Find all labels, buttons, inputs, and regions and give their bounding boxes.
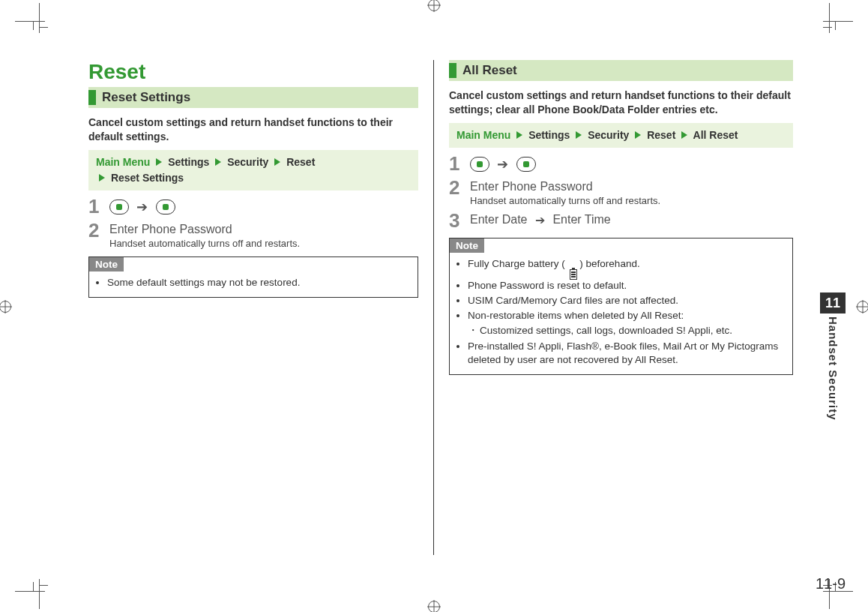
step-2: 2 Enter Phone Password Handset automatic… xyxy=(449,178,793,206)
breadcrumb-arrow-icon xyxy=(635,131,641,139)
breadcrumb-item: Security xyxy=(227,156,268,168)
right-column: All Reset Cancel custom settings and ret… xyxy=(433,60,793,555)
two-column-layout: Reset Reset Settings Cancel custom setti… xyxy=(88,60,808,555)
battery-full-icon xyxy=(570,268,577,280)
note-item: Fully Charge battery ( ) beforehand. xyxy=(468,257,786,278)
page-title: Reset xyxy=(88,60,418,84)
breadcrumb-arrow-icon xyxy=(681,131,687,139)
chapter-tab: 11 Handset Security xyxy=(820,292,846,421)
center-key-icon xyxy=(470,157,489,172)
menu-path: Main Menu Settings Security Reset Reset … xyxy=(88,150,418,190)
section-intro: Cancel custom settings and return handse… xyxy=(88,116,418,144)
breadcrumb-arrow-icon xyxy=(156,158,162,166)
breadcrumb-item: Reset Settings xyxy=(111,172,184,184)
step-title-part: Enter Time xyxy=(552,213,610,226)
step-number: 2 xyxy=(449,178,470,197)
center-key-icon xyxy=(156,200,175,214)
section-heading-text: Reset Settings xyxy=(102,90,190,105)
note-label: Note xyxy=(89,257,124,272)
arrow-right-icon: ➔ xyxy=(497,156,508,172)
step-title-part: Enter Date xyxy=(470,213,527,226)
section-heading-text: All Reset xyxy=(462,63,517,78)
arrow-right-icon: ➔ xyxy=(136,199,148,215)
step-3: 3 Enter Date ➔ Enter Time xyxy=(449,211,793,230)
breadcrumb-arrow-icon xyxy=(516,131,522,139)
breadcrumb-arrow-icon xyxy=(99,174,105,182)
page-content: Reset Reset Settings Cancel custom setti… xyxy=(88,60,808,585)
note-label: Note xyxy=(450,238,484,253)
breadcrumb-arrow-icon xyxy=(576,131,582,139)
step-number: 1 xyxy=(449,154,470,173)
center-key-icon xyxy=(109,200,129,214)
center-key-icon xyxy=(516,157,536,172)
breadcrumb-item: Reset xyxy=(286,156,315,168)
section-accent xyxy=(449,63,456,78)
menu-path: Main Menu Settings Security Reset All Re… xyxy=(449,123,793,148)
section-heading-all-reset: All Reset xyxy=(449,60,793,81)
step-title: Enter Phone Password xyxy=(470,180,793,194)
step-number: 2 xyxy=(88,220,109,240)
step-number: 1 xyxy=(88,196,109,216)
breadcrumb-item: All Reset xyxy=(693,129,738,141)
breadcrumb-root: Main Menu xyxy=(456,129,510,141)
note-item: Some default settings may not be restore… xyxy=(107,276,412,290)
step-subtext: Handset automatically turns off and rest… xyxy=(109,238,418,249)
step-1: 1 ➔ xyxy=(88,196,418,216)
breadcrumb-item: Security xyxy=(588,129,629,141)
note-subitem: Customized settings, call logs, download… xyxy=(468,324,786,338)
step-subtext: Handset automatically turns off and rest… xyxy=(470,195,793,206)
note-box: Note Some default settings may not be re… xyxy=(88,256,418,298)
section-heading-reset-settings: Reset Settings xyxy=(88,87,418,108)
step-number: 3 xyxy=(449,211,470,230)
section-accent xyxy=(88,90,96,105)
step-1: 1 ➔ xyxy=(449,154,793,173)
chapter-number: 11 xyxy=(820,292,846,314)
chapter-title: Handset Security xyxy=(827,316,840,421)
arrow-right-icon: ➔ xyxy=(535,213,545,227)
note-item: Non-restorable items when deleted by All… xyxy=(468,309,786,322)
breadcrumb-root: Main Menu xyxy=(96,156,150,168)
breadcrumb-item: Reset xyxy=(647,129,675,141)
page-number: 11-9 xyxy=(816,575,846,592)
note-item: Phone Password is reset to default. xyxy=(468,279,786,292)
note-box: Note Fully Charge battery ( ) beforehand… xyxy=(449,238,793,375)
note-item: Pre-installed S! Appli, Flash®, e-Book f… xyxy=(468,340,786,367)
breadcrumb-arrow-icon xyxy=(274,158,280,166)
note-item: USIM Card/Memory Card files are not affe… xyxy=(468,294,786,308)
step-title: Enter Phone Password xyxy=(109,223,418,236)
breadcrumb-arrow-icon xyxy=(215,158,221,166)
left-column: Reset Reset Settings Cancel custom setti… xyxy=(88,60,433,555)
breadcrumb-item: Settings xyxy=(168,156,209,168)
section-intro: Cancel custom settings and return handse… xyxy=(449,88,793,117)
breadcrumb-item: Settings xyxy=(528,129,570,141)
step-2: 2 Enter Phone Password Handset automatic… xyxy=(88,220,418,249)
